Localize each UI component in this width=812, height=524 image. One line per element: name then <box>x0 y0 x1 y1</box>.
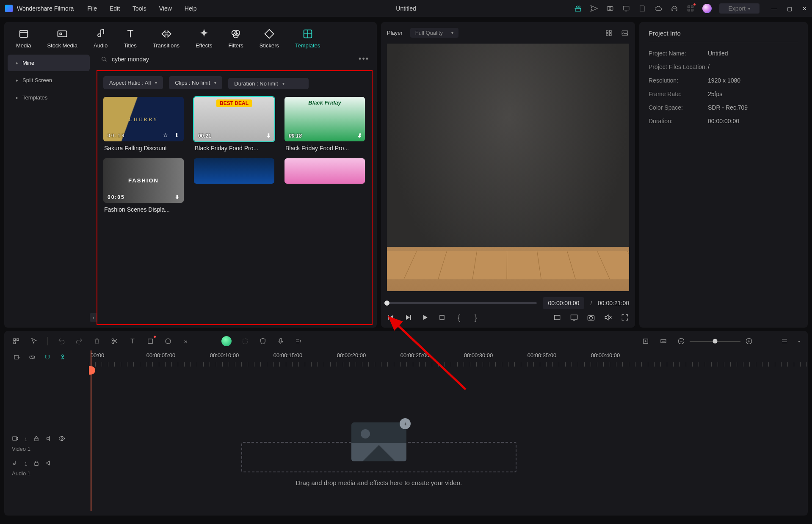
progress-track[interactable] <box>387 302 537 304</box>
zoom-out-button[interactable] <box>677 337 685 345</box>
more-icon[interactable]: ••• <box>359 55 369 63</box>
lock-icon[interactable] <box>33 460 40 468</box>
gift-icon[interactable] <box>574 4 582 13</box>
filter-duration[interactable]: Duration : No limit▾ <box>228 78 309 89</box>
tab-filters[interactable]: Filters <box>228 28 243 49</box>
headset-icon[interactable] <box>670 4 679 13</box>
add-track-icon[interactable] <box>13 353 21 361</box>
tab-transitions[interactable]: Transitions <box>153 28 180 49</box>
close-button[interactable]: ✕ <box>802 6 807 12</box>
download-icon[interactable]: ⬇ <box>357 132 362 139</box>
tab-templates[interactable]: Templates <box>295 28 320 49</box>
screen-icon[interactable] <box>622 4 630 13</box>
magnet-icon[interactable] <box>43 353 52 361</box>
cursor-icon[interactable] <box>30 337 38 345</box>
template-card[interactable]: Black Friday 00:18 ⬇ Black Friday Food P… <box>284 97 365 152</box>
tab-audio[interactable]: Audio <box>94 28 108 49</box>
play-button[interactable] <box>421 313 429 322</box>
ai-button[interactable] <box>221 336 232 346</box>
eye-icon[interactable] <box>58 435 65 443</box>
zoom-in-button[interactable] <box>745 337 753 345</box>
fit-icon[interactable] <box>659 337 668 345</box>
template-card[interactable] <box>194 158 274 213</box>
ratio-icon[interactable] <box>553 313 561 322</box>
search-box[interactable] <box>101 56 354 63</box>
menu-view[interactable]: View <box>159 5 172 12</box>
fullscreen-button[interactable] <box>621 313 629 322</box>
picture-icon[interactable] <box>621 29 629 37</box>
tab-media[interactable]: Media <box>16 28 31 49</box>
chevron-down-icon[interactable]: ▾ <box>798 339 800 344</box>
mark-in-icon[interactable]: { <box>455 313 463 322</box>
recorder-icon[interactable] <box>606 4 614 13</box>
cloud-icon[interactable] <box>654 4 663 13</box>
more-tools-icon[interactable]: » <box>182 337 190 345</box>
sidebar-item-split-screen[interactable]: ▸Split Screen <box>8 72 90 88</box>
mark-out-icon[interactable]: } <box>472 313 480 322</box>
menu-help[interactable]: Help <box>185 5 197 12</box>
redo-button[interactable] <box>75 337 83 345</box>
save-icon[interactable] <box>638 4 646 13</box>
preview-viewport[interactable] <box>387 44 629 291</box>
playhead[interactable] <box>91 350 91 511</box>
layout-icon[interactable] <box>12 337 20 345</box>
prev-frame-button[interactable] <box>387 313 395 322</box>
add-marker-icon[interactable] <box>641 337 650 345</box>
snapshot-button[interactable] <box>587 313 595 322</box>
tab-effects[interactable]: Effects <box>196 28 213 49</box>
speaker-icon[interactable] <box>46 460 52 468</box>
crop-button[interactable] <box>146 337 155 345</box>
track-options-icon[interactable] <box>780 337 789 345</box>
play-in-button[interactable] <box>404 313 412 322</box>
speaker-icon[interactable] <box>46 435 52 443</box>
mute-button[interactable] <box>604 313 612 322</box>
filter-clips[interactable]: Clips : No limit▾ <box>169 76 222 89</box>
template-card[interactable] <box>284 158 365 213</box>
zoom-slider[interactable] <box>690 341 740 342</box>
grid-view-icon[interactable] <box>605 29 613 37</box>
tab-stock-media[interactable]: Stock Media <box>47 28 77 49</box>
apps-icon[interactable] <box>686 4 695 13</box>
delete-button[interactable] <box>93 337 101 345</box>
stop-button[interactable] <box>438 313 446 322</box>
tab-titles[interactable]: Titles <box>124 28 137 49</box>
link-icon[interactable] <box>28 353 36 361</box>
mic-icon[interactable] <box>276 337 285 345</box>
progress-knob[interactable] <box>384 301 389 306</box>
filter-aspect-ratio[interactable]: Aspect Ratio : All▾ <box>103 76 163 89</box>
download-icon[interactable]: ⬇ <box>266 132 271 139</box>
export-button[interactable]: Export ▾ <box>719 3 760 14</box>
maximize-button[interactable]: ▢ <box>787 6 792 12</box>
zoom-knob[interactable] <box>713 339 718 344</box>
lock-icon[interactable] <box>33 435 40 443</box>
search-input[interactable] <box>112 56 354 63</box>
minimize-button[interactable]: — <box>771 6 777 12</box>
template-card[interactable]: CHERRY 00:19 ☆ ⬇ Sakura Falling Discount <box>103 97 184 152</box>
marker-list-icon[interactable] <box>294 337 303 345</box>
timeline-drop-zone[interactable]: + Drag and drop media and effects here t… <box>241 422 516 486</box>
send-icon[interactable] <box>590 4 598 13</box>
template-card[interactable]: FASHION 00:05 ⬇ Fashion Scenes Displa... <box>103 158 184 213</box>
menu-edit[interactable]: Edit <box>110 5 120 12</box>
tab-stickers[interactable]: Stickers <box>260 28 279 49</box>
sidebar-item-mine[interactable]: ▸Mine <box>8 55 90 71</box>
display-icon[interactable] <box>570 313 578 322</box>
avatar-icon[interactable] <box>702 4 712 13</box>
quality-dropdown[interactable]: Full Quality▾ <box>410 28 458 38</box>
effect-slot-icon[interactable] <box>241 337 249 345</box>
undo-button[interactable] <box>57 337 66 345</box>
shield-icon[interactable] <box>259 337 267 345</box>
menu-file[interactable]: File <box>87 5 97 12</box>
auto-ripple-icon[interactable] <box>58 353 67 361</box>
split-button[interactable] <box>110 337 119 345</box>
star-icon[interactable]: ☆ <box>163 132 169 139</box>
menu-tools[interactable]: Tools <box>133 5 146 12</box>
timeline-ruler[interactable]: 00:00 00:00:05:00 00:00:10:00 00:00:15:0… <box>89 350 808 369</box>
text-button[interactable] <box>128 337 137 345</box>
download-icon[interactable]: ⬇ <box>175 194 180 200</box>
color-button[interactable] <box>164 337 172 345</box>
download-icon[interactable]: ⬇ <box>174 132 180 139</box>
sidebar-item-templates[interactable]: ▸Templates <box>8 89 90 106</box>
timeline-tracks-area[interactable]: 00:00 00:00:05:00 00:00:10:00 00:00:15:0… <box>89 350 808 511</box>
template-card[interactable]: BEST DEAL 00:21 ⬇ Black Friday Food Pro.… <box>194 97 274 152</box>
